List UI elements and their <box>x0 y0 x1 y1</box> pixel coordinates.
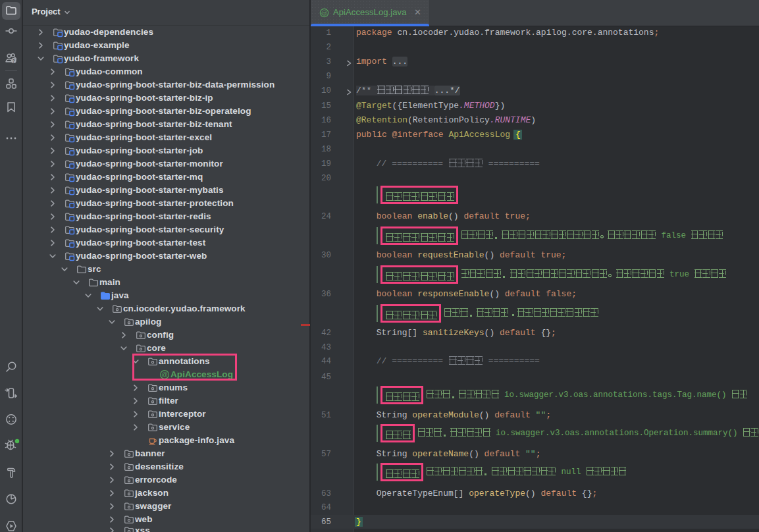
svg-text:@: @ <box>321 10 328 16</box>
svg-text:?: ? <box>13 59 15 63</box>
